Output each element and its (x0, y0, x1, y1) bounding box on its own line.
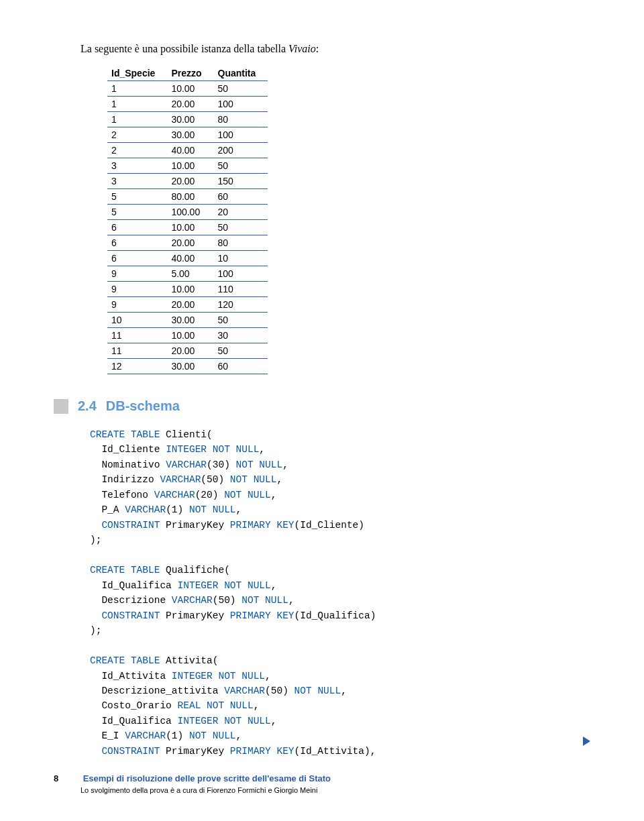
table-cell: 150 (214, 174, 268, 189)
table-cell: 6 (107, 235, 167, 251)
section-number: 2.4 (78, 398, 97, 414)
table-cell: 50 (214, 343, 268, 359)
table-cell: 100 (214, 97, 268, 112)
table-cell: 30.00 (167, 127, 213, 143)
intro-prefix: La seguente è una possibile istanza dell… (80, 43, 288, 54)
vivaio-table: Id_Specie Prezzo Quantita 110.0050120.00… (107, 66, 268, 374)
table-row: 240.00200 (107, 143, 268, 158)
table-cell: 3 (107, 174, 167, 189)
table-cell: 120 (214, 297, 268, 313)
table-row: 95.00100 (107, 266, 268, 282)
table-cell: 9 (107, 266, 167, 282)
table-cell: 6 (107, 220, 167, 235)
intro-suffix: : (316, 43, 319, 54)
table-cell: 30.00 (167, 112, 213, 127)
table-row: 130.0080 (107, 112, 268, 127)
table-cell: 20.00 (167, 97, 213, 112)
table-row: 110.0050 (107, 81, 268, 97)
table-cell: 50 (214, 158, 268, 174)
table-cell: 10.00 (167, 81, 213, 97)
table-row: 320.00150 (107, 174, 268, 189)
table-cell: 1 (107, 81, 167, 97)
section-marker-box (54, 399, 68, 414)
table-cell: 10 (214, 251, 268, 266)
table-row: 610.0050 (107, 220, 268, 235)
intro-text: La seguente è una possibile istanza dell… (80, 43, 590, 55)
table-row: 580.0060 (107, 189, 268, 205)
footer-title: Esempi di risoluzione delle prove scritt… (83, 773, 331, 783)
table-row: 230.00100 (107, 127, 268, 143)
table-row: 1120.0050 (107, 343, 268, 359)
table-cell: 5 (107, 189, 167, 205)
table-cell: 3 (107, 158, 167, 174)
table-cell: 50 (214, 313, 268, 328)
table-cell: 20 (214, 205, 268, 220)
table-cell: 1 (107, 97, 167, 112)
table-header-row: Id_Specie Prezzo Quantita (107, 66, 268, 81)
table-cell: 80 (214, 112, 268, 127)
footer-credit: Lo svolgimento della prova è a cura di F… (80, 786, 590, 794)
table-cell: 2 (107, 143, 167, 158)
table-cell: 5.00 (167, 266, 213, 282)
table-cell: 50 (214, 220, 268, 235)
table-cell: 40.00 (167, 143, 213, 158)
table-row: 5100.0020 (107, 205, 268, 220)
table-row: 120.00100 (107, 97, 268, 112)
table-cell: 20.00 (167, 297, 213, 313)
table-row: 620.0080 (107, 235, 268, 251)
table-cell: 30.00 (167, 313, 213, 328)
table-cell: 10.00 (167, 158, 213, 174)
col-header: Quantita (214, 66, 268, 81)
table-cell: 30 (214, 328, 268, 343)
table-row: 310.0050 (107, 158, 268, 174)
sql-code-block: CREATE TABLE Clienti( Id_Cliente INTEGER… (90, 427, 590, 759)
table-row: 1110.0030 (107, 328, 268, 343)
table-cell: 11 (107, 328, 167, 343)
table-cell: 60 (214, 189, 268, 205)
table-cell: 5 (107, 205, 167, 220)
table-cell: 50 (214, 81, 268, 97)
table-row: 920.00120 (107, 297, 268, 313)
section-header: 2.4 DB-schema (54, 398, 590, 414)
page-footer: 8 Esempi di risoluzione delle prove scri… (0, 773, 644, 794)
table-cell: 10.00 (167, 282, 213, 297)
table-cell: 20.00 (167, 174, 213, 189)
col-header: Prezzo (167, 66, 213, 81)
continue-icon (583, 736, 590, 746)
footer-title-line: 8 Esempi di risoluzione delle prove scri… (80, 773, 590, 783)
table-cell: 6 (107, 251, 167, 266)
table-row: 1230.0060 (107, 359, 268, 374)
col-header: Id_Specie (107, 66, 167, 81)
table-cell: 80 (214, 235, 268, 251)
table-cell: 9 (107, 282, 167, 297)
table-cell: 100.00 (167, 205, 213, 220)
table-row: 1030.0050 (107, 313, 268, 328)
table-cell: 100 (214, 266, 268, 282)
table-cell: 20.00 (167, 343, 213, 359)
table-cell: 20.00 (167, 235, 213, 251)
table-cell: 2 (107, 127, 167, 143)
table-cell: 12 (107, 359, 167, 374)
table-cell: 40.00 (167, 251, 213, 266)
table-row: 640.0010 (107, 251, 268, 266)
table-cell: 10.00 (167, 328, 213, 343)
table-cell: 110 (214, 282, 268, 297)
table-cell: 10 (107, 313, 167, 328)
table-cell: 100 (214, 127, 268, 143)
table-cell: 200 (214, 143, 268, 158)
table-row: 910.00110 (107, 282, 268, 297)
table-cell: 60 (214, 359, 268, 374)
table-cell: 30.00 (167, 359, 213, 374)
table-cell: 11 (107, 343, 167, 359)
table-cell: 80.00 (167, 189, 213, 205)
table-cell: 1 (107, 112, 167, 127)
intro-italic: Vivaio (288, 43, 316, 54)
table-cell: 9 (107, 297, 167, 313)
table-cell: 10.00 (167, 220, 213, 235)
section-title: DB-schema (106, 398, 180, 414)
page-number: 8 (54, 773, 80, 783)
